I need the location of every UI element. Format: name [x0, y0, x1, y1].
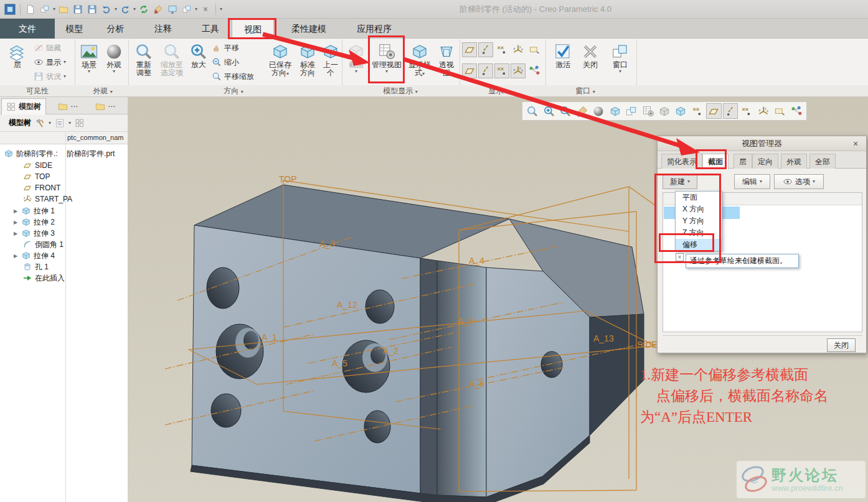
tree-row-extrude4[interactable]: ▶拉伸 4	[12, 250, 55, 261]
csys-tag-toggle[interactable]	[511, 63, 526, 78]
status-button[interactable]: 状况▾	[34, 70, 66, 83]
saved-orientations-button[interactable]: 已保存方向▾	[267, 42, 294, 77]
tree-row-extrude3[interactable]: ▶拉伸 3	[12, 228, 55, 239]
perspective-button[interactable]: 透视图	[436, 42, 457, 77]
display-icon[interactable]	[166, 3, 179, 16]
tab-model-tree[interactable]: 模型树	[1, 98, 46, 114]
group-appearance[interactable]: 外观 ▾	[65, 85, 140, 97]
dropdown-arrow[interactable]: ▾	[49, 121, 51, 126]
section-icon[interactable]	[657, 103, 672, 119]
datum-label-top[interactable]: TOP	[279, 174, 297, 184]
datum-label-a6[interactable]: A_6	[469, 379, 484, 389]
tab-tools[interactable]: 工具	[193, 19, 228, 39]
refit-button[interactable]: 重新调整	[131, 42, 157, 77]
tab-analysis[interactable]: 分析	[98, 19, 133, 39]
tree-row-hole[interactable]: 孔 1	[22, 261, 49, 272]
close-window-button[interactable]: 关闭	[578, 42, 603, 69]
sections-button[interactable]: 截面▾	[344, 42, 368, 74]
expander-icon[interactable]: ▶	[12, 208, 19, 214]
tab-model[interactable]: 模型	[57, 19, 92, 39]
dropdown-arrow[interactable]: ▾	[68, 121, 71, 126]
tree-row-side[interactable]: SIDE	[22, 160, 52, 171]
saved-views-icon[interactable]	[624, 103, 639, 119]
point-display-toggle[interactable]	[494, 42, 509, 57]
hide-button[interactable]: 隐藏	[34, 41, 61, 55]
column-divider[interactable]	[65, 132, 66, 502]
display-style-icon[interactable]	[607, 103, 622, 119]
tab-file[interactable]: 文件	[0, 19, 55, 39]
save-icon[interactable]	[72, 3, 84, 16]
shading-icon[interactable]	[591, 103, 606, 119]
dialog-tab-layers[interactable]: 层	[734, 154, 752, 169]
datum-label-a3[interactable]: A_3	[319, 239, 335, 249]
datum-label-a2[interactable]: A_2	[383, 346, 399, 356]
plane-display-icon[interactable]	[706, 103, 721, 119]
repaint-icon[interactable]	[574, 103, 589, 119]
annotations-icon[interactable]	[673, 103, 688, 119]
refit-icon[interactable]	[525, 103, 540, 119]
tree-row-top[interactable]: TOP	[22, 171, 50, 182]
zoom-in-button[interactable]: 放大	[187, 42, 210, 69]
pan-zoom-button[interactable]: 平移缩放	[212, 70, 254, 83]
zoom-out-button[interactable]: 缩小	[212, 55, 239, 69]
view-manager-icon[interactable]	[640, 103, 655, 119]
previous-view-button[interactable]: 上一个	[321, 42, 340, 77]
colors-icon[interactable]	[789, 103, 804, 119]
tree-row-round[interactable]: 倒圆角 1	[22, 239, 64, 250]
zoom-in-icon[interactable]	[541, 103, 556, 119]
tab-flexible-modeling[interactable]: 柔性建模	[281, 19, 336, 39]
tree-settings-icon[interactable]	[75, 118, 85, 128]
forum-url[interactable]: www.proewildfire.cn	[771, 483, 843, 493]
windows-button[interactable]: 窗口▾	[608, 42, 633, 74]
tab-folder-browser[interactable]: ⋯	[54, 98, 88, 114]
tree-row-front[interactable]: FRONT	[22, 182, 60, 193]
regenerate-icon[interactable]	[138, 3, 150, 16]
dialog-close-icon[interactable]: ×	[850, 138, 861, 149]
layers-button[interactable]: 层	[5, 42, 30, 69]
datum-label-a12[interactable]: A_12	[337, 300, 357, 310]
point-display-icon[interactable]	[739, 103, 754, 119]
axis-display-toggle[interactable]	[478, 42, 493, 57]
dialog-tab-appearance[interactable]: 外观	[781, 154, 807, 169]
tag-display-icon[interactable]	[772, 103, 787, 119]
axis-display-icon[interactable]	[723, 103, 738, 119]
datum-label-a4[interactable]: A_4	[469, 256, 484, 266]
tree-row-extrude2[interactable]: ▶拉伸 2	[12, 216, 55, 228]
window-layout-icon[interactable]	[39, 3, 51, 16]
undo-icon[interactable]	[100, 3, 113, 16]
group-show[interactable]: 显示 ▾	[461, 85, 535, 97]
appearance-button[interactable]: 外观▾	[102, 42, 126, 74]
tree-tools-icon[interactable]	[35, 118, 45, 128]
zoom-to-selected-button[interactable]: 缩放至选定项	[158, 42, 186, 77]
creo-window-icon[interactable]	[4, 3, 16, 16]
save-as-icon[interactable]	[86, 3, 98, 16]
colors-toggle[interactable]	[527, 63, 542, 78]
tab-favorites[interactable]: ⋯	[91, 98, 126, 114]
expander-icon[interactable]: ▶	[12, 220, 19, 225]
tree-row-csys[interactable]: START_PA	[22, 193, 72, 205]
tree-row-insert-here[interactable]: 在此插入	[22, 272, 65, 284]
plane-tag-toggle[interactable]	[462, 63, 477, 78]
tree-root-row[interactable]: 阶梯剖零件.:阶梯剖零件.prt	[4, 148, 58, 159]
tree-filter-icon[interactable]	[55, 118, 65, 128]
expander-icon[interactable]: ▶	[12, 231, 19, 236]
display-style-button[interactable]: 显示样式▾	[406, 42, 433, 77]
plane-display-toggle[interactable]	[462, 42, 477, 57]
group-window[interactable]: 窗口 ▾	[548, 85, 623, 97]
tree-column-header[interactable]: ptc_common_nam	[0, 132, 128, 144]
group-orientation[interactable]: 方向 ▾	[196, 85, 271, 97]
zoom-out-icon[interactable]	[558, 103, 573, 119]
datum-label-a9[interactable]: A_9	[458, 316, 473, 326]
datum-filters-icon[interactable]	[690, 103, 705, 119]
close-icon[interactable]: ×	[199, 3, 212, 16]
activate-button[interactable]: 激活	[550, 42, 575, 69]
dialog-close-button[interactable]: 关闭	[827, 338, 856, 352]
options-button[interactable]: 选项▾	[774, 174, 824, 189]
tree-row-extrude1[interactable]: ▶拉伸 1	[12, 205, 55, 216]
datum-label-a1[interactable]: A_1	[262, 332, 277, 342]
edit-button[interactable]: 编辑▾	[734, 174, 770, 189]
datum-label-a13[interactable]: A_13	[593, 333, 614, 343]
scene-button[interactable]: 场景▾	[77, 42, 101, 74]
datum-label-a5[interactable]: A_5	[332, 358, 347, 368]
dialog-tab-orient[interactable]: 定向	[752, 154, 778, 169]
